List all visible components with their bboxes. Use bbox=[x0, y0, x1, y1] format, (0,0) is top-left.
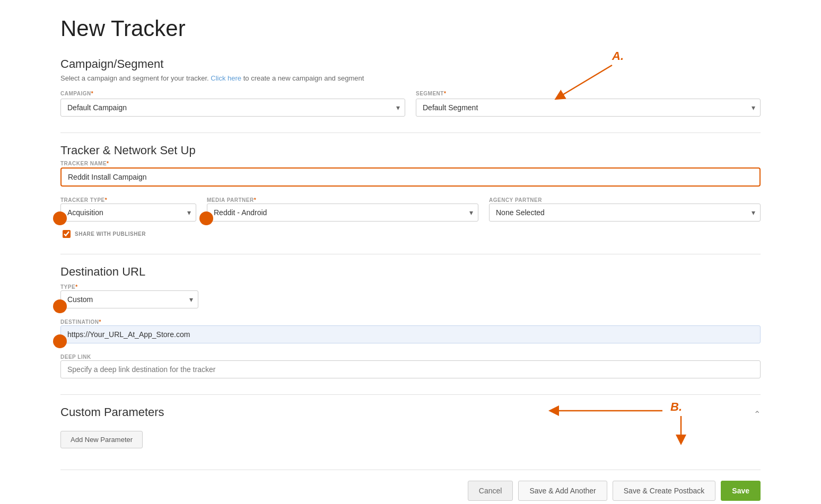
media-partner-select[interactable]: Reddit - Android bbox=[207, 204, 478, 222]
agency-partner-select[interactable]: None Selected bbox=[489, 204, 761, 222]
destination-type-group: TYPE* Custom bbox=[60, 282, 198, 308]
segment-select[interactable]: Default Segment bbox=[416, 99, 761, 117]
segment-label: SEGMENT* bbox=[416, 91, 761, 96]
save-button[interactable]: Save bbox=[721, 481, 761, 501]
media-partner-group: MEDIA PARTNER* Reddit - Android bbox=[207, 195, 478, 222]
custom-params-header: Custom Parameters ⌃ bbox=[60, 405, 761, 422]
campaign-label: CAMPAIGN* bbox=[60, 91, 405, 96]
tracker-network-title: Tracker & Network Set Up bbox=[60, 144, 761, 157]
destination-url-title: Destination URL bbox=[60, 265, 761, 279]
create-campaign-link[interactable]: Click here bbox=[211, 74, 241, 82]
deep-link-group: DEEP LINK bbox=[60, 352, 761, 378]
share-publisher-checkbox[interactable] bbox=[63, 230, 71, 238]
destination-type-select[interactable]: Custom bbox=[60, 290, 198, 308]
agency-partner-group: AGENCY PARTNER None Selected bbox=[489, 195, 761, 222]
campaign-segment-section: Campaign/Segment Select a campaign and s… bbox=[60, 57, 761, 117]
segment-group: SEGMENT* Default Segment bbox=[416, 91, 761, 117]
tracker-name-group: TRACKER NAME* bbox=[60, 161, 761, 187]
tracker-name-label: TRACKER NAME* bbox=[60, 161, 761, 166]
destination-input[interactable] bbox=[60, 325, 761, 343]
tracker-type-group: TRACKER TYPE* Acquisition bbox=[60, 195, 196, 222]
tracker-name-input[interactable] bbox=[66, 171, 755, 183]
cancel-button[interactable]: Cancel bbox=[468, 481, 513, 501]
tracker-network-section: Tracker & Network Set Up TRACKER NAME* T… bbox=[60, 144, 761, 238]
collapse-icon[interactable]: ⌃ bbox=[754, 409, 761, 419]
custom-params-title: Custom Parameters bbox=[60, 405, 164, 419]
agency-partner-label: AGENCY PARTNER bbox=[489, 197, 542, 203]
agency-partner-select-wrapper[interactable]: None Selected bbox=[489, 204, 761, 222]
add-parameter-button[interactable]: Add New Parameter bbox=[60, 431, 143, 448]
segment-select-wrapper[interactable]: Default Segment bbox=[416, 99, 761, 117]
tracker-name-wrapper bbox=[60, 167, 761, 187]
campaign-segment-subtitle: Select a campaign and segment for your t… bbox=[60, 74, 761, 82]
share-publisher-label: SHARE WITH PUBLISHER bbox=[75, 231, 146, 237]
tracker-type-select-wrapper[interactable]: Acquisition bbox=[60, 204, 196, 222]
save-create-postback-button[interactable]: Save & Create Postback bbox=[613, 481, 716, 501]
destination-field-group: DESTINATION* bbox=[60, 317, 761, 343]
campaign-segment-title: Campaign/Segment bbox=[60, 57, 761, 71]
destination-type-label: TYPE* bbox=[60, 284, 78, 290]
destination-url-section: Destination URL TYPE* Custom DESTINATION… bbox=[60, 265, 761, 378]
destination-type-select-wrapper[interactable]: Custom bbox=[60, 290, 198, 308]
campaign-select-wrapper[interactable]: Default Campaign bbox=[60, 99, 405, 117]
tracker-type-select[interactable]: Acquisition bbox=[60, 204, 196, 222]
page-title: New Tracker bbox=[60, 16, 761, 41]
footer-actions: Cancel Save & Add Another Save & Create … bbox=[60, 470, 761, 501]
share-publisher-row: SHARE WITH PUBLISHER bbox=[63, 230, 761, 238]
deep-link-label: DEEP LINK bbox=[60, 354, 91, 360]
media-partner-label: MEDIA PARTNER* bbox=[207, 197, 256, 203]
campaign-group: CAMPAIGN* Default Campaign bbox=[60, 91, 405, 117]
destination-label: DESTINATION* bbox=[60, 319, 101, 325]
campaign-select[interactable]: Default Campaign bbox=[60, 99, 405, 117]
save-add-another-button[interactable]: Save & Add Another bbox=[518, 481, 607, 501]
tracker-type-label: TRACKER TYPE* bbox=[60, 197, 107, 203]
media-partner-select-wrapper[interactable]: Reddit - Android bbox=[207, 204, 478, 222]
custom-parameters-section: Custom Parameters ⌃ Add New Parameter bbox=[60, 405, 761, 448]
deep-link-input[interactable] bbox=[60, 360, 761, 378]
